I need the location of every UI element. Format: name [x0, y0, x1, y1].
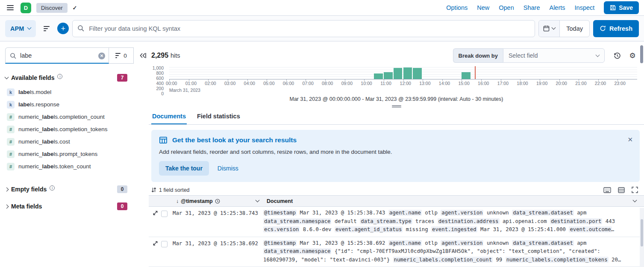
- grid-toolbar: 1 field sorted: [149, 185, 644, 195]
- menu-icon[interactable]: [5, 3, 15, 12]
- empty-fields-header[interactable]: Empty fields i 0: [5, 185, 146, 193]
- sidebar-collapse-icon[interactable]: [139, 53, 146, 59]
- doc-field-chip: event.agent_id_status: [335, 226, 403, 232]
- page-scrollbar[interactable]: [640, 45, 643, 63]
- x-tick-label: 17:00: [497, 81, 509, 86]
- x-tick-label: 15:00: [458, 81, 469, 86]
- take-tour-button[interactable]: Take the tour: [159, 161, 209, 176]
- kql-query-input[interactable]: [72, 20, 535, 37]
- doc-field-chip: destination.port: [550, 218, 602, 224]
- doc-field-chip: numeric_labels.completion_tokens: [506, 257, 609, 263]
- field-name: labels.model: [18, 89, 51, 95]
- y-tick-label: 1,000: [153, 65, 164, 70]
- row-checkbox[interactable]: [161, 241, 168, 247]
- histogram-bar[interactable]: [384, 72, 393, 79]
- header-nav: OptionsNewOpenShareAlertsInspectSave: [446, 1, 639, 14]
- field-search-input[interactable]: [6, 48, 109, 63]
- histogram-bar[interactable]: [462, 72, 471, 79]
- doc-field-value: Mar 31, 2023 @ 15:25:41.000: [480, 226, 566, 232]
- histogram-chart[interactable]: 1,0008006004002000 00:0001:0002:0003:000…: [151, 66, 637, 92]
- doc-field-value: unknown: [487, 240, 509, 246]
- expand-row-icon[interactable]: [153, 210, 158, 216]
- doc-field-chip: data_stream.namespace: [263, 248, 331, 254]
- doc-field-chip: data_stream.namespace: [263, 218, 331, 224]
- sorted-fields-button[interactable]: 1 field sorted: [151, 187, 190, 193]
- number-field-icon: #: [7, 126, 15, 133]
- field-list-item[interactable]: #numeric_labels.completion_tokens: [5, 123, 146, 135]
- table-row[interactable]: Mar 31, 2023 @ 15:25:38.692@timestamp Ma…: [149, 237, 644, 267]
- doc-field-value: apm: [577, 210, 586, 216]
- display-options-icon[interactable]: [618, 187, 625, 193]
- histogram-bar[interactable]: [403, 67, 412, 79]
- chart-options-gear-icon[interactable]: ⚙: [626, 49, 639, 62]
- space-avatar[interactable]: D: [21, 3, 31, 13]
- doc-field-chip: destination.address: [438, 218, 500, 224]
- grid-header-document[interactable]: Document: [263, 196, 644, 206]
- x-tick-label: 06:00: [283, 81, 294, 86]
- data-view-label: APM: [10, 25, 24, 32]
- result-tabs: DocumentsField statistics: [149, 109, 644, 125]
- doc-field-chip: numeric_labels.completion_count: [393, 257, 493, 263]
- available-fields-header[interactable]: Available fields i 7: [5, 74, 146, 82]
- nav-link-inspect[interactable]: Inspect: [575, 4, 595, 11]
- info-icon: i: [57, 74, 62, 79]
- doc-field-value: Mar 31, 2023 @ 15:25:38.692: [300, 240, 385, 246]
- save-icon: [610, 5, 616, 11]
- refresh-button[interactable]: Refresh: [593, 20, 639, 37]
- chart-resize-handle[interactable]: [392, 105, 401, 109]
- nav-link-alerts[interactable]: Alerts: [549, 4, 565, 11]
- histogram-bar[interactable]: [394, 68, 403, 79]
- table-row[interactable]: Mar 31, 2023 @ 15:25:38.743@timestamp Ma…: [149, 207, 644, 237]
- field-list-item[interactable]: #numeric_labels.prompt_tokens: [5, 148, 146, 160]
- close-icon[interactable]: ✕: [626, 134, 635, 145]
- data-view-picker[interactable]: APM: [5, 20, 36, 37]
- doc-field-value: traces: [415, 218, 434, 224]
- fullscreen-icon[interactable]: [632, 187, 638, 193]
- chart-history-icon[interactable]: [611, 49, 623, 62]
- keyboard-shortcuts-icon[interactable]: [603, 187, 611, 193]
- clear-search-icon[interactable]: ✕: [98, 53, 105, 59]
- tab-field-statistics[interactable]: Field statistics: [196, 109, 241, 124]
- breadcrumb[interactable]: Discover: [36, 3, 68, 13]
- nav-link-new[interactable]: New: [477, 4, 489, 11]
- column-menu-icon[interactable]: [633, 198, 637, 202]
- nav-link-share[interactable]: Share: [523, 4, 540, 11]
- doc-field-value: Mar 31, 2023 @ 15:25:38.743: [300, 210, 385, 216]
- tab-documents[interactable]: Documents: [151, 109, 187, 124]
- row-document: @timestamp Mar 31, 2023 @ 15:25:38.692 a…: [263, 239, 644, 264]
- field-list-item[interactable]: #numeric_labels.completion_count: [5, 111, 146, 123]
- saved-query-menu-icon[interactable]: [39, 20, 54, 37]
- number-field-icon: #: [7, 138, 15, 146]
- histogram-bar[interactable]: [413, 68, 422, 79]
- x-tick-label: 23:00: [614, 81, 625, 86]
- add-filter-button[interactable]: +: [57, 23, 69, 34]
- grid-header-controls: [149, 196, 173, 206]
- doc-field-chip: agent.name: [388, 210, 422, 216]
- histogram-bar[interactable]: [374, 73, 383, 79]
- column-menu-icon[interactable]: [256, 198, 260, 202]
- doc-field-chip: event.ingested: [431, 226, 477, 232]
- field-list-item[interactable]: #numeric_labels.cost: [5, 135, 146, 148]
- nav-link-options[interactable]: Options: [446, 4, 468, 11]
- grid-header-timestamp[interactable]: ↓ @timestamp: [173, 196, 263, 206]
- chevron-down-icon: [552, 26, 556, 30]
- number-field-icon: #: [7, 150, 15, 158]
- field-list-item[interactable]: klabels.response: [5, 98, 146, 111]
- nav-link-open[interactable]: Open: [499, 4, 514, 11]
- breakdown-select[interactable]: Select field: [503, 48, 605, 63]
- x-tick-label: 12:00: [400, 81, 411, 86]
- save-button[interactable]: Save: [604, 1, 639, 14]
- expand-row-icon[interactable]: [153, 241, 158, 246]
- field-filter-button[interactable]: 0: [109, 47, 134, 64]
- dismiss-button[interactable]: Dismiss: [218, 165, 238, 172]
- accordion-arrow-icon: [5, 77, 8, 79]
- doc-field-chip: agent.version: [441, 240, 483, 246]
- field-list-item[interactable]: #numeric_labels.token_count: [5, 160, 146, 173]
- date-quick-select-button[interactable]: [539, 21, 560, 37]
- field-list-item[interactable]: klabels.model: [5, 86, 146, 98]
- row-checkbox[interactable]: [161, 211, 168, 217]
- meta-fields-header[interactable]: Meta fields 0: [5, 202, 146, 210]
- grid-scrollbar[interactable]: [640, 208, 644, 267]
- doc-field-value: 443: [606, 218, 615, 224]
- date-range-button[interactable]: Today: [560, 21, 589, 37]
